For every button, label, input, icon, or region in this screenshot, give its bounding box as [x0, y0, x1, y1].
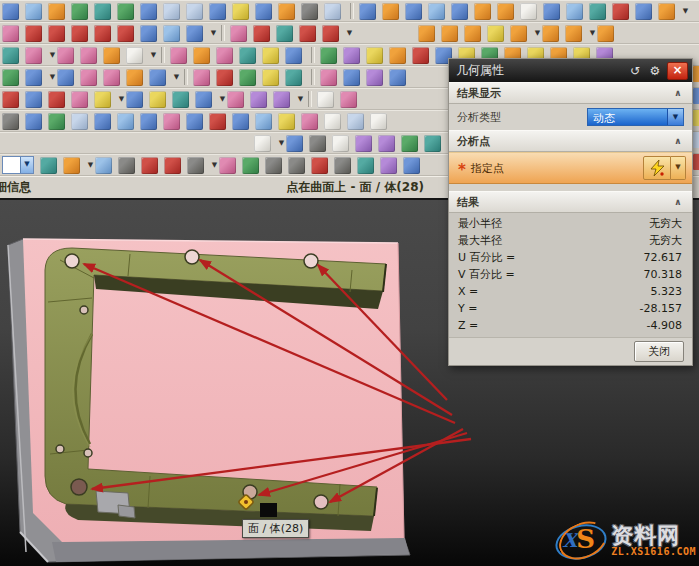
cad-tool-icon[interactable]: [63, 157, 80, 174]
cad-tool-icon[interactable]: [193, 69, 210, 86]
cad-tool-icon[interactable]: [25, 113, 42, 130]
cad-tool-icon[interactable]: [255, 3, 272, 20]
cad-tool-icon[interactable]: [163, 113, 180, 130]
cad-tool-icon[interactable]: [117, 25, 134, 42]
cad-tool-icon[interactable]: [164, 157, 181, 174]
frame-hole[interactable]: [304, 254, 318, 268]
chevron-down-icon[interactable]: ▼: [86, 154, 95, 176]
cad-tool-icon[interactable]: [2, 69, 19, 86]
cad-tool-icon[interactable]: [405, 3, 422, 20]
cad-tool-icon[interactable]: [48, 3, 65, 20]
cad-tool-icon[interactable]: [324, 113, 341, 130]
cad-tool-icon[interactable]: [451, 3, 468, 20]
cad-tool-icon[interactable]: [80, 47, 97, 64]
cad-tool-icon[interactable]: [301, 3, 318, 20]
cad-tool-icon[interactable]: [382, 3, 399, 20]
cad-tool-icon[interactable]: [172, 91, 189, 108]
cad-tool-icon[interactable]: [542, 25, 559, 42]
cad-tool-icon[interactable]: [299, 25, 316, 42]
cad-tool-icon[interactable]: [195, 91, 212, 108]
cad-tool-icon[interactable]: [543, 3, 560, 20]
cad-tool-icon[interactable]: [487, 25, 504, 42]
cad-tool-icon[interactable]: [311, 157, 328, 174]
cad-tool-icon[interactable]: [320, 69, 337, 86]
frame-hole[interactable]: [84, 449, 92, 457]
cad-tool-icon[interactable]: [340, 91, 357, 108]
cad-tool-icon[interactable]: [2, 91, 19, 108]
cad-tool-icon[interactable]: [94, 113, 111, 130]
cad-tool-icon[interactable]: [262, 47, 279, 64]
cad-tool-icon[interactable]: [357, 157, 374, 174]
cad-tool-icon[interactable]: [278, 3, 295, 20]
cad-tool-icon[interactable]: [635, 3, 652, 20]
cad-tool-icon[interactable]: [149, 91, 166, 108]
cad-tool-icon[interactable]: [230, 25, 247, 42]
cad-tool-icon[interactable]: [278, 113, 295, 130]
cad-tool-icon[interactable]: [149, 69, 166, 86]
cad-tool-icon[interactable]: [2, 113, 19, 130]
cad-tool-icon[interactable]: [309, 135, 326, 152]
cad-tool-icon[interactable]: [424, 135, 441, 152]
cad-tool-icon[interactable]: [40, 157, 57, 174]
cad-tool-icon[interactable]: [389, 47, 406, 64]
cad-tool-icon[interactable]: [464, 25, 481, 42]
frame-hole[interactable]: [56, 445, 64, 453]
panel-title-bar[interactable]: 几何属性 ↺ ⚙ ×: [449, 59, 692, 82]
cad-tool-icon[interactable]: [94, 91, 111, 108]
cad-tool-icon[interactable]: [232, 113, 249, 130]
cad-tool-icon[interactable]: [25, 69, 42, 86]
cad-tool-icon[interactable]: [57, 69, 74, 86]
cad-tool-icon[interactable]: [250, 91, 267, 108]
cad-tool-icon[interactable]: [25, 3, 42, 20]
cad-tool-icon[interactable]: [520, 3, 537, 20]
cad-tool-icon[interactable]: [288, 157, 305, 174]
cad-tool-icon[interactable]: [25, 47, 42, 64]
cad-tool-icon[interactable]: [285, 69, 302, 86]
cad-tool-icon[interactable]: [612, 3, 629, 20]
cad-tool-icon[interactable]: [497, 3, 514, 20]
cad-tool-icon[interactable]: [141, 157, 158, 174]
cad-tool-icon[interactable]: [366, 47, 383, 64]
cad-tool-icon[interactable]: [418, 25, 435, 42]
cad-tool-icon[interactable]: [255, 113, 272, 130]
cad-tool-icon[interactable]: [239, 47, 256, 64]
chevron-up-icon[interactable]: ∧: [670, 136, 686, 146]
cad-tool-icon[interactable]: [474, 3, 491, 20]
cad-tool-icon[interactable]: [71, 25, 88, 42]
cad-tool-icon[interactable]: [209, 113, 226, 130]
cad-tool-icon[interactable]: [242, 157, 259, 174]
chevron-down-icon[interactable]: ▼: [48, 44, 57, 66]
cad-tool-icon[interactable]: [187, 157, 204, 174]
point-options-dropdown[interactable]: ▼: [671, 156, 686, 180]
section-analysis-point[interactable]: 分析点 ∧: [449, 130, 692, 152]
cad-tool-icon[interactable]: [322, 25, 339, 42]
cad-tool-icon[interactable]: [658, 3, 675, 20]
chevron-down-icon[interactable]: ▼: [209, 22, 218, 44]
cad-tool-icon[interactable]: [380, 157, 397, 174]
cad-tool-icon[interactable]: [227, 91, 244, 108]
chevron-down-icon[interactable]: ▼: [117, 88, 126, 110]
chevron-up-icon[interactable]: ∧: [670, 197, 686, 207]
cad-tool-icon[interactable]: [118, 157, 135, 174]
cad-tool-icon[interactable]: [71, 3, 88, 20]
frame-hole[interactable]: [65, 254, 79, 268]
cad-tool-icon[interactable]: [370, 113, 387, 130]
cad-tool-icon[interactable]: [324, 3, 341, 20]
chevron-down-icon[interactable]: ▼: [588, 22, 597, 44]
close-icon[interactable]: ×: [667, 62, 688, 80]
cad-tool-icon[interactable]: [2, 3, 19, 20]
cad-tool-icon[interactable]: [94, 25, 111, 42]
frame-hole[interactable]: [71, 479, 87, 495]
section-result[interactable]: 结果 ∧: [449, 191, 692, 213]
cad-tool-icon[interactable]: [117, 113, 134, 130]
cad-tool-icon[interactable]: [140, 3, 157, 20]
analysis-type-dropdown[interactable]: 动态 ▼: [587, 108, 684, 126]
cad-tool-icon[interactable]: [216, 47, 233, 64]
chevron-down-icon[interactable]: ▼: [345, 22, 354, 44]
cad-tool-icon[interactable]: [186, 3, 203, 20]
cad-tool-icon[interactable]: [254, 135, 271, 152]
cad-tool-icon[interactable]: [265, 157, 282, 174]
cad-tool-icon[interactable]: [126, 91, 143, 108]
cad-tool-icon[interactable]: [566, 3, 583, 20]
cad-tool-icon[interactable]: [317, 91, 334, 108]
